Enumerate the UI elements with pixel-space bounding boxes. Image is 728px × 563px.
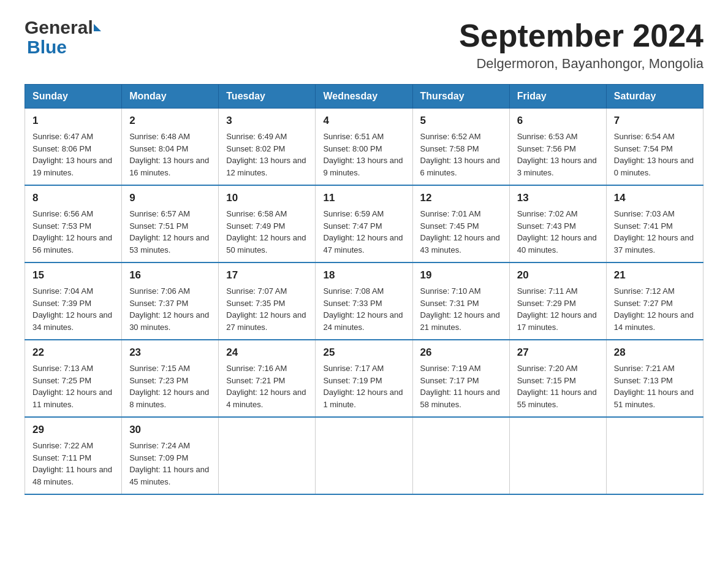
- logo-blue-text: Blue: [27, 37, 67, 57]
- day-info: Sunrise: 7:11 AMSunset: 7:29 PMDaylight:…: [517, 286, 597, 332]
- day-info: Sunrise: 6:49 AMSunset: 8:02 PMDaylight:…: [226, 132, 306, 177]
- day-number: 15: [32, 269, 114, 282]
- calendar-cell: [412, 417, 509, 494]
- calendar-cell: 3 Sunrise: 6:49 AMSunset: 8:02 PMDayligh…: [219, 109, 316, 186]
- calendar-cell: 10 Sunrise: 6:58 AMSunset: 7:49 PMDaylig…: [219, 185, 316, 262]
- location-subtitle: Delgermoron, Bayanhongor, Mongolia: [459, 56, 703, 72]
- day-number: 7: [614, 115, 696, 127]
- logo: General Blue: [25, 18, 102, 58]
- day-number: 6: [517, 115, 599, 127]
- calendar-week-row: 22 Sunrise: 7:13 AMSunset: 7:25 PMDaylig…: [25, 340, 703, 417]
- calendar-cell: 11 Sunrise: 6:59 AMSunset: 7:47 PMDaylig…: [316, 185, 412, 262]
- calendar-cell: 22 Sunrise: 7:13 AMSunset: 7:25 PMDaylig…: [25, 340, 122, 417]
- day-info: Sunrise: 7:04 AMSunset: 7:39 PMDaylight:…: [32, 286, 112, 332]
- calendar-cell: 2 Sunrise: 6:48 AMSunset: 8:04 PMDayligh…: [122, 109, 219, 186]
- day-number: 29: [32, 424, 114, 436]
- day-number: 11: [323, 192, 404, 204]
- calendar-cell: 25 Sunrise: 7:17 AMSunset: 7:19 PMDaylig…: [316, 340, 412, 417]
- day-info: Sunrise: 7:20 AMSunset: 7:15 PMDaylight:…: [517, 364, 597, 409]
- weekday-header-row: SundayMondayTuesdayWednesdayThursdayFrid…: [25, 85, 703, 109]
- day-info: Sunrise: 7:07 AMSunset: 7:35 PMDaylight:…: [226, 286, 306, 332]
- day-info: Sunrise: 7:03 AMSunset: 7:41 PMDaylight:…: [614, 209, 694, 255]
- calendar-cell: 21 Sunrise: 7:12 AMSunset: 7:27 PMDaylig…: [606, 262, 703, 340]
- calendar-cell: 12 Sunrise: 7:01 AMSunset: 7:45 PMDaylig…: [412, 185, 509, 262]
- day-number: 4: [323, 115, 404, 127]
- day-info: Sunrise: 6:53 AMSunset: 7:56 PMDaylight:…: [517, 132, 597, 177]
- weekday-header-friday: Friday: [509, 85, 606, 109]
- calendar-cell: 1 Sunrise: 6:47 AMSunset: 8:06 PMDayligh…: [25, 109, 122, 186]
- calendar-week-row: 29 Sunrise: 7:22 AMSunset: 7:11 PMDaylig…: [25, 417, 703, 494]
- calendar-cell: 29 Sunrise: 7:22 AMSunset: 7:11 PMDaylig…: [25, 417, 122, 494]
- weekday-header-thursday: Thursday: [412, 85, 509, 109]
- weekday-header-saturday: Saturday: [606, 85, 703, 109]
- day-info: Sunrise: 6:59 AMSunset: 7:47 PMDaylight:…: [323, 209, 403, 255]
- day-number: 19: [420, 269, 502, 282]
- day-info: Sunrise: 7:16 AMSunset: 7:21 PMDaylight:…: [226, 364, 306, 409]
- calendar-cell: 17 Sunrise: 7:07 AMSunset: 7:35 PMDaylig…: [219, 262, 316, 340]
- calendar-cell: 19 Sunrise: 7:10 AMSunset: 7:31 PMDaylig…: [412, 262, 509, 340]
- day-info: Sunrise: 7:22 AMSunset: 7:11 PMDaylight:…: [32, 441, 112, 486]
- day-number: 21: [614, 269, 696, 282]
- weekday-header-sunday: Sunday: [25, 85, 122, 109]
- day-number: 18: [323, 269, 404, 282]
- calendar-cell: 24 Sunrise: 7:16 AMSunset: 7:21 PMDaylig…: [219, 340, 316, 417]
- day-info: Sunrise: 6:51 AMSunset: 8:00 PMDaylight:…: [323, 132, 403, 177]
- day-number: 10: [226, 192, 308, 204]
- day-info: Sunrise: 7:12 AMSunset: 7:27 PMDaylight:…: [614, 286, 694, 332]
- calendar-cell: 28 Sunrise: 7:21 AMSunset: 7:13 PMDaylig…: [606, 340, 703, 417]
- day-number: 23: [129, 347, 211, 359]
- day-info: Sunrise: 7:02 AMSunset: 7:43 PMDaylight:…: [517, 209, 597, 255]
- day-number: 24: [226, 347, 308, 359]
- title-section: September 2024 Delgermoron, Bayanhongor,…: [459, 18, 703, 72]
- day-number: 14: [614, 192, 696, 204]
- day-number: 17: [226, 269, 308, 282]
- calendar-week-row: 15 Sunrise: 7:04 AMSunset: 7:39 PMDaylig…: [25, 262, 703, 340]
- calendar-cell: 14 Sunrise: 7:03 AMSunset: 7:41 PMDaylig…: [606, 185, 703, 262]
- day-number: 25: [323, 347, 404, 359]
- day-info: Sunrise: 7:06 AMSunset: 7:37 PMDaylight:…: [129, 286, 209, 332]
- day-info: Sunrise: 7:24 AMSunset: 7:09 PMDaylight:…: [129, 441, 209, 486]
- calendar-cell: 5 Sunrise: 6:52 AMSunset: 7:58 PMDayligh…: [412, 109, 509, 186]
- calendar-cell: [606, 417, 703, 494]
- day-number: 30: [129, 424, 211, 436]
- calendar-table: SundayMondayTuesdayWednesdayThursdayFrid…: [25, 84, 703, 495]
- day-info: Sunrise: 7:15 AMSunset: 7:23 PMDaylight:…: [129, 364, 209, 409]
- day-number: 1: [32, 115, 114, 127]
- day-info: Sunrise: 7:10 AMSunset: 7:31 PMDaylight:…: [420, 286, 500, 332]
- day-number: 27: [517, 347, 599, 359]
- calendar-cell: 9 Sunrise: 6:57 AMSunset: 7:51 PMDayligh…: [122, 185, 219, 262]
- calendar-cell: 23 Sunrise: 7:15 AMSunset: 7:23 PMDaylig…: [122, 340, 219, 417]
- logo-triangle-icon: [94, 24, 101, 31]
- calendar-cell: 8 Sunrise: 6:56 AMSunset: 7:53 PMDayligh…: [25, 185, 122, 262]
- day-info: Sunrise: 6:54 AMSunset: 7:54 PMDaylight:…: [614, 132, 694, 177]
- calendar-cell: [219, 417, 316, 494]
- weekday-header-monday: Monday: [122, 85, 219, 109]
- day-number: 20: [517, 269, 599, 282]
- day-info: Sunrise: 7:08 AMSunset: 7:33 PMDaylight:…: [323, 286, 403, 332]
- day-number: 22: [32, 347, 114, 359]
- day-number: 5: [420, 115, 502, 127]
- calendar-cell: 30 Sunrise: 7:24 AMSunset: 7:09 PMDaylig…: [122, 417, 219, 494]
- day-number: 2: [129, 115, 211, 127]
- calendar-cell: 20 Sunrise: 7:11 AMSunset: 7:29 PMDaylig…: [509, 262, 606, 340]
- day-info: Sunrise: 7:13 AMSunset: 7:25 PMDaylight:…: [32, 364, 112, 409]
- day-number: 13: [517, 192, 599, 204]
- calendar-cell: 15 Sunrise: 7:04 AMSunset: 7:39 PMDaylig…: [25, 262, 122, 340]
- calendar-cell: 16 Sunrise: 7:06 AMSunset: 7:37 PMDaylig…: [122, 262, 219, 340]
- calendar-cell: 6 Sunrise: 6:53 AMSunset: 7:56 PMDayligh…: [509, 109, 606, 186]
- day-info: Sunrise: 7:21 AMSunset: 7:13 PMDaylight:…: [614, 364, 694, 409]
- page-header: General Blue September 2024 Delgermoron,…: [25, 18, 703, 72]
- logo-general-text: General: [25, 18, 93, 37]
- day-info: Sunrise: 6:57 AMSunset: 7:51 PMDaylight:…: [129, 209, 209, 255]
- calendar-week-row: 8 Sunrise: 6:56 AMSunset: 7:53 PMDayligh…: [25, 185, 703, 262]
- day-info: Sunrise: 6:58 AMSunset: 7:49 PMDaylight:…: [226, 209, 306, 255]
- day-number: 12: [420, 192, 502, 204]
- calendar-cell: 13 Sunrise: 7:02 AMSunset: 7:43 PMDaylig…: [509, 185, 606, 262]
- day-number: 3: [226, 115, 308, 127]
- day-info: Sunrise: 7:19 AMSunset: 7:17 PMDaylight:…: [420, 364, 500, 409]
- day-info: Sunrise: 7:01 AMSunset: 7:45 PMDaylight:…: [420, 209, 500, 255]
- day-info: Sunrise: 7:17 AMSunset: 7:19 PMDaylight:…: [323, 364, 403, 409]
- day-number: 16: [129, 269, 211, 282]
- calendar-cell: 27 Sunrise: 7:20 AMSunset: 7:15 PMDaylig…: [509, 340, 606, 417]
- weekday-header-tuesday: Tuesday: [219, 85, 316, 109]
